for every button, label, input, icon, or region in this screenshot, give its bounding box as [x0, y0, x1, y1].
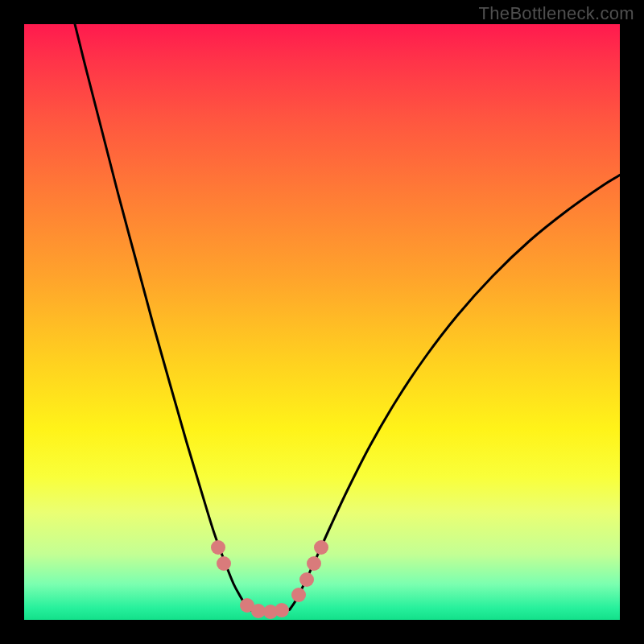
marker-dot [211, 540, 225, 555]
chart-svg [24, 24, 620, 620]
curve-left-branch [75, 24, 249, 609]
marker-dot [275, 603, 289, 617]
marker-dot [314, 540, 328, 555]
marker-dot [217, 556, 231, 571]
curve-right-branch [290, 175, 620, 609]
marker-dot [307, 556, 321, 571]
marker-dot [299, 572, 314, 587]
marker-dot [291, 588, 306, 602]
series-group [75, 24, 620, 613]
plot-frame [24, 24, 620, 620]
marker-group [211, 540, 328, 619]
watermark-text: TheBottleneck.com [479, 3, 634, 24]
